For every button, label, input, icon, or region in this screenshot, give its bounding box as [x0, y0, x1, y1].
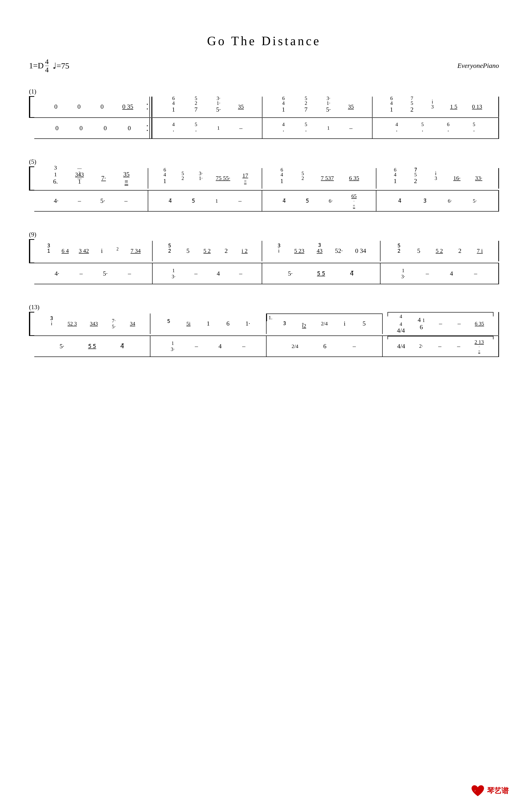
key-signature: 1=D: [29, 61, 44, 70]
bass-measure-3-4: 1 3· – 4 –: [381, 263, 499, 284]
bass-measure-4-4: 4/4 2· – – 2 13 · =: [383, 336, 499, 357]
bass-measure-1-1: 0 0 0 0 ⁚: [34, 118, 152, 139]
bass-measure-4-2: 1 3· – 4 –: [150, 336, 266, 357]
measure-2-2: 6 4 1 5 2 3· 1· 75 55·: [148, 168, 262, 189]
section-4: (13) 3̇ i̇ 52 3 343 7·: [29, 304, 499, 357]
measure-3-2: 5̇ 2̇ 5 5 2 2 i 2: [152, 241, 262, 261]
bass-measure-2-4: 4̈ 3̈ 6· 5·: [376, 191, 499, 211]
section-label-1: (1): [29, 88, 499, 95]
section-3: (9) 3̇ 1̇ 6 4 3 42 i: [29, 231, 499, 284]
measure-4-1: 3̇ i̇ 52 3 343 7· 5· 34: [34, 314, 150, 334]
title-section: Go The Distance: [29, 34, 499, 48]
measure-2-4: 6 4 1 7̇ 5 2 i̇ 3 16·: [376, 168, 499, 189]
bass-row-1: 0 0 0 0 ⁚ 4 · 5 ·: [29, 118, 499, 139]
measure-2-3: 6 4 1 5 2 7 537 6 35: [262, 168, 376, 189]
bass-measure-2-1: 4· – 5· –: [34, 191, 148, 211]
bass-measure-3-2: 1 3· – 4 –: [152, 263, 262, 284]
measure-3-1: 3̇ 1̇ 6 4 3 42 i 2: [34, 241, 152, 261]
bass-measure-2-2: 4̈ 5̈ 1 –: [148, 191, 262, 211]
bass-staff-4: 5· 5̈ 5̈ 4̈ 1 3· – 4 –: [34, 336, 499, 357]
section-label-4: (13): [29, 304, 499, 311]
bass-row-3: 4· – 5· – 1 3· – 4 – 5·: [29, 263, 499, 284]
treble-staff-4: 3̇ i̇ 52 3 343 7· 5· 34: [34, 312, 499, 336]
bass-staff-1: 0 0 0 0 ⁚ 4 · 5 ·: [34, 118, 499, 139]
section-1: (1) 0 0 0 0 35 ⁚ 6: [29, 88, 499, 139]
heart-music-icon: ♪: [471, 784, 485, 798]
measure-4-2: 5̇ 5i 1 6 1·: [150, 314, 266, 334]
svg-text:♪: ♪: [474, 789, 476, 792]
time-sig-top: 4: [45, 58, 49, 66]
song-title: Go The Distance: [29, 34, 499, 48]
bass-staff-2: 4· – 5· – 4̈ 5̈ 1 – 4̈ 5̈ 6· 65: [34, 191, 499, 212]
bass-measure-4-3: 2/4 6 –: [266, 336, 383, 357]
bass-measure-3-1: 4· – 5· –: [34, 263, 152, 284]
section-2: (5) 3 1 6. —3— 343 1: [29, 158, 499, 212]
repeat-start: [149, 97, 152, 117]
measure-1-3: 6 4 1 5 2 7 3· 1· 5· 35: [262, 97, 372, 117]
measure-3-4: 5̇ 2̇ 5 5 2 2 7 i: [381, 241, 499, 261]
treble-staff-1: 0 0 0 0 35 ⁚ 6 4 1 5: [34, 96, 499, 118]
treble-row-4: 3̇ i̇ 52 3 343 7· 5· 34: [29, 312, 499, 336]
key-tempo-row: 1=D 4 4 ♩=75 EveryonePiano: [29, 58, 499, 73]
measure-3-3: 3̇ i̇ 5 23 3̇ 43 52· 0 34: [262, 241, 381, 261]
tempo-marking: ♩=75: [53, 61, 69, 71]
time-sig-bottom: 4: [45, 66, 49, 74]
logo-watermark: ♪ 琴艺谱: [471, 784, 509, 798]
measure-4-3: 1. 3̇ i̊2 2/4 i 5: [266, 314, 383, 334]
treble-staff-3: 3̇ 1̇ 6 4 3 42 i 2: [34, 239, 499, 263]
bass-measure-1-3: 4 · 5 · 1 –: [262, 118, 372, 139]
treble-row-1: 0 0 0 0 35 ⁚ 6 4 1 5: [29, 96, 499, 118]
bass-measure-4-1: 5· 5̈ 5̈ 4̈: [34, 336, 150, 357]
attribution: EveryonePiano: [457, 62, 499, 70]
treble-staff-2: 3 1 6. —3— 343 1 7· 35 ≡: [34, 166, 499, 191]
bass-measure-1-2: 4 · 5 · 1 –: [152, 118, 262, 139]
treble-row-3: 3̇ 1̇ 6 4 3 42 i 2: [29, 239, 499, 263]
logo-text: 琴艺谱: [487, 786, 509, 796]
sheet-music-page: Go The Distance 1=D 4 4 ♩=75 EveryonePia…: [0, 0, 528, 812]
measure-2-1: 3 1 6. —3— 343 1 7· 35 ≡: [34, 168, 148, 189]
measure-4-4: 4 4 4/4 4 1 6 – –: [383, 312, 499, 335]
brace-1: [29, 96, 34, 118]
measure-1-2: 6 4 1 5 2 7 3· 1· 5· 35: [152, 97, 262, 117]
treble-row-2: 3 1 6. —3— 343 1 7· 35 ≡: [29, 166, 499, 191]
bass-staff-3: 4· – 5· – 1 3· – 4 – 5·: [34, 263, 499, 284]
time-signature: 4 4: [45, 58, 49, 73]
measure-1-4: 6 4 1 7 5 2 i̇ 3 1 5: [372, 97, 499, 117]
section-label-2: (5): [29, 158, 499, 165]
bass-measure-2-3: 4̈ 5̈ 6· 65 · =: [262, 191, 376, 211]
measure-1-1: 0 0 0 0 35 ⁚: [34, 97, 152, 117]
section-label-3: (9): [29, 231, 499, 238]
bass-measure-1-4: 4 · 5 · 6 · 5 ·: [372, 118, 499, 139]
bass-measure-3-3: 5· 5̈ 5̈ 4̈: [262, 263, 381, 284]
bass-row-4: 5· 5̈ 5̈ 4̈ 1 3· – 4 –: [29, 336, 499, 357]
bass-row-2: 4· – 5· – 4̈ 5̈ 1 – 4̈ 5̈ 6· 65: [29, 191, 499, 212]
